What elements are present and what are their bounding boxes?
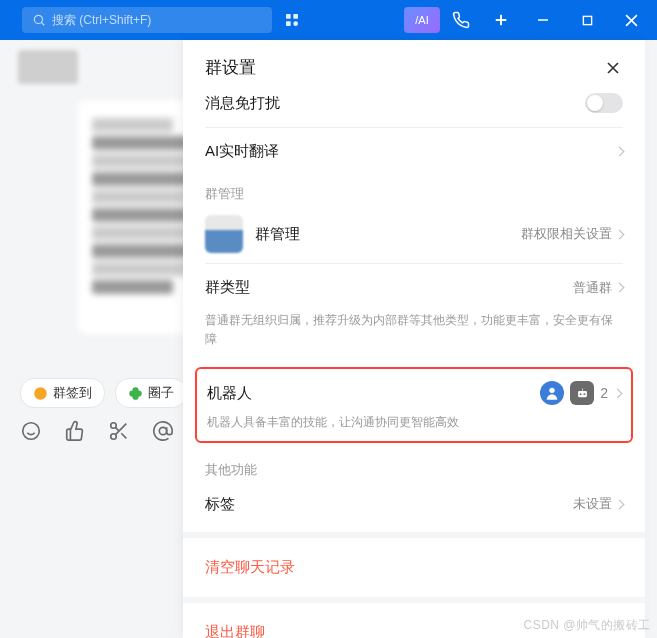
group-type-desc: 普通群无组织归属，推荐升级为内部群等其他类型，功能更丰富，安全更有保障 (183, 311, 645, 361)
section-admin-header: 群管理 (183, 175, 645, 205)
svg-point-14 (583, 393, 585, 395)
watermark: CSDN @帅气的搬砖工 (523, 617, 651, 634)
thumbs-up-icon[interactable] (64, 420, 86, 442)
checkin-icon (33, 386, 48, 401)
svg-point-9 (111, 434, 117, 440)
svg-rect-2 (293, 14, 298, 19)
search-placeholder: 搜索 (Ctrl+Shift+F) (52, 12, 151, 29)
scissors-icon[interactable] (108, 420, 130, 442)
search-icon (32, 13, 46, 27)
apps-icon[interactable] (284, 12, 300, 28)
svg-point-4 (293, 21, 298, 26)
tag-row[interactable]: 标签 未设置 (183, 481, 645, 528)
titlebar: 搜索 (Ctrl+Shift+F) /AI (0, 0, 657, 40)
svg-point-10 (159, 427, 166, 434)
ai-button[interactable]: /AI (404, 7, 440, 33)
group-checkin-button[interactable]: 群签到 (20, 378, 105, 408)
bot-avatar-icon (540, 381, 564, 405)
chevron-right-icon (613, 388, 623, 398)
svg-rect-5 (583, 16, 591, 24)
svg-rect-3 (286, 21, 291, 26)
maximize-button[interactable] (565, 0, 609, 40)
svg-point-7 (23, 423, 40, 440)
svg-point-13 (579, 393, 581, 395)
bot-robot-icon (570, 381, 594, 405)
svg-point-0 (34, 15, 42, 23)
chevron-right-icon (615, 283, 625, 293)
add-button[interactable] (482, 4, 520, 36)
chevron-right-icon (615, 147, 625, 157)
bot-desc: 机器人具备丰富的技能，让沟通协同更智能高效 (207, 409, 621, 432)
minimize-button[interactable] (521, 0, 565, 40)
group-settings-panel: 群设置 消息免打扰 AI实时翻译 群管理 群管理 群权限相关设置 群类型 普 (183, 40, 645, 638)
mute-toggle[interactable] (585, 93, 623, 113)
svg-point-8 (111, 423, 117, 429)
admin-avatar (205, 215, 243, 253)
chevron-right-icon (615, 229, 625, 239)
call-button[interactable] (442, 4, 480, 36)
close-icon[interactable] (603, 58, 623, 78)
svg-rect-12 (578, 391, 587, 397)
bot-row-highlighted[interactable]: 机器人 2 机器人具备丰富的技能，让沟通协同更智能高效 (195, 367, 633, 442)
svg-rect-1 (286, 14, 291, 19)
group-admin-row[interactable]: 群管理 群权限相关设置 (183, 205, 645, 263)
mute-row[interactable]: 消息免打扰 (183, 89, 645, 127)
svg-point-6 (34, 387, 47, 400)
avatar (18, 50, 78, 84)
translate-row[interactable]: AI实时翻译 (183, 128, 645, 175)
section-other-header: 其他功能 (183, 451, 645, 481)
group-type-row[interactable]: 群类型 普通群 (183, 264, 645, 311)
emoji-icon[interactable] (20, 420, 42, 442)
svg-point-11 (550, 388, 555, 393)
mention-icon[interactable] (152, 420, 174, 442)
circle-button[interactable]: 圈子 (115, 378, 187, 408)
close-window-button[interactable] (609, 0, 653, 40)
clear-history-button[interactable]: 清空聊天记录 (183, 542, 645, 593)
search-input[interactable]: 搜索 (Ctrl+Shift+F) (22, 7, 272, 33)
circle-icon (128, 386, 143, 401)
panel-title: 群设置 (205, 56, 256, 79)
chevron-right-icon (615, 499, 625, 509)
